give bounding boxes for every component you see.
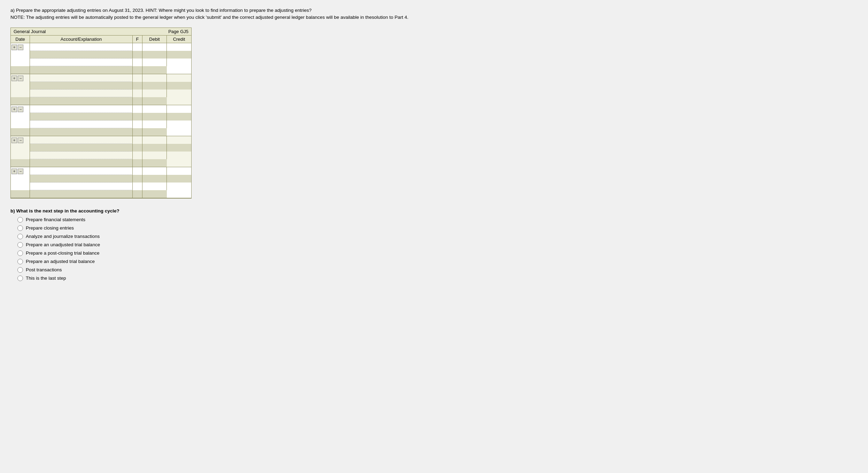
radio-input-6[interactable] xyxy=(17,259,23,264)
credit-input-5-1[interactable] xyxy=(167,167,191,175)
credit-shaded-5-4 xyxy=(142,190,167,198)
radio-input-4[interactable] xyxy=(17,242,23,248)
header-account: Account/Explanation xyxy=(30,36,133,43)
radio-option-6: Prepare an adjusted trial balance xyxy=(10,259,858,264)
acct-input-5-1[interactable] xyxy=(30,167,133,175)
add-row-btn-4[interactable]: + xyxy=(11,138,17,143)
acct-input-1-3[interactable] xyxy=(30,59,133,66)
credit-input-2-3[interactable] xyxy=(167,90,191,97)
credit-shaded-2-2 xyxy=(167,82,191,90)
entry-group-5: + − xyxy=(11,167,191,198)
acct-input-3-1[interactable] xyxy=(30,105,133,113)
entry-group-3: + − xyxy=(11,105,191,136)
f-cell-3-1 xyxy=(133,105,142,113)
entry-group-1: + − xyxy=(11,43,191,74)
credit-input-1-3[interactable] xyxy=(167,59,191,66)
add-row-btn-1[interactable]: + xyxy=(11,45,17,50)
debit-input-3-1[interactable] xyxy=(142,105,167,113)
instruction-line2: NOTE: The adjusting entries will be auto… xyxy=(10,14,858,21)
entry-group-4: + − xyxy=(11,136,191,167)
remove-row-btn-2[interactable]: − xyxy=(18,76,23,81)
radio-label-7: Post transactions xyxy=(26,267,62,272)
credit-input-5-3[interactable] xyxy=(167,183,191,190)
debit-shaded-3-4 xyxy=(133,128,142,136)
radio-input-8[interactable] xyxy=(17,276,23,281)
radio-input-5[interactable] xyxy=(17,250,23,256)
radio-label-5: Prepare a post-closing trial balance xyxy=(26,250,100,256)
remove-row-btn-3[interactable]: − xyxy=(18,107,23,112)
credit-input-4-3[interactable] xyxy=(167,152,191,159)
debit-input-5-3[interactable] xyxy=(142,183,167,190)
date-cell-3: + − xyxy=(11,105,30,128)
acct-shaded-2-2 xyxy=(30,82,133,90)
debit-shaded-1-4 xyxy=(133,66,142,74)
acct-input-2-1[interactable] xyxy=(30,74,133,82)
debit-input-2-1[interactable] xyxy=(142,74,167,82)
f-cell-4-1 xyxy=(133,136,142,144)
f-cell-3-3 xyxy=(133,121,142,128)
radio-label-2: Prepare closing entries xyxy=(26,225,74,231)
acct-shaded-4-2 xyxy=(30,144,133,152)
radio-option-1: Prepare financial statements xyxy=(10,217,858,223)
acct-input-2-3[interactable] xyxy=(30,90,133,97)
date-cell-1: + − xyxy=(11,43,30,66)
credit-input-4-1[interactable] xyxy=(167,136,191,144)
credit-shaded-5-2 xyxy=(167,175,191,183)
acct-input-3-3[interactable] xyxy=(30,121,133,128)
credit-shaded-1-4 xyxy=(142,66,167,74)
debit-shaded-4-4 xyxy=(133,159,142,167)
add-row-btn-5[interactable]: + xyxy=(11,169,17,174)
debit-input-5-1[interactable] xyxy=(142,167,167,175)
header-f: F xyxy=(133,36,142,43)
debit-shaded-4-2 xyxy=(142,144,167,152)
radio-input-2[interactable] xyxy=(17,225,23,231)
credit-input-1-1[interactable] xyxy=(167,43,191,51)
remove-row-btn-1[interactable]: − xyxy=(18,45,23,50)
f-cell-2-3 xyxy=(133,90,142,97)
debit-input-1-1[interactable] xyxy=(142,43,167,51)
debit-shaded-2-4 xyxy=(133,97,142,105)
debit-input-3-3[interactable] xyxy=(142,121,167,128)
radio-input-1[interactable] xyxy=(17,217,23,223)
add-row-btn-3[interactable]: + xyxy=(11,107,17,112)
f-cell-5-3 xyxy=(133,183,142,190)
f-shaded-1-2 xyxy=(133,51,142,59)
acct-input-5-3[interactable] xyxy=(30,183,133,190)
remove-row-btn-5[interactable]: − xyxy=(18,169,23,174)
general-journal: General Journal Page GJ5 Date Account/Ex… xyxy=(10,28,192,199)
journal-title-row: General Journal Page GJ5 xyxy=(11,28,191,36)
debit-input-1-3[interactable] xyxy=(142,59,167,66)
credit-input-2-1[interactable] xyxy=(167,74,191,82)
debit-shaded-5-4 xyxy=(133,190,142,198)
journal-title: General Journal xyxy=(14,29,46,34)
acct-shaded-3-2 xyxy=(30,113,133,121)
credit-input-3-3[interactable] xyxy=(167,121,191,128)
f-cell-5-1 xyxy=(133,167,142,175)
debit-input-2-3[interactable] xyxy=(142,90,167,97)
credit-shaded-1-2 xyxy=(167,51,191,59)
acct-input-1-1[interactable] xyxy=(30,43,133,51)
debit-shaded-3-2 xyxy=(142,113,167,121)
f-cell-4-3 xyxy=(133,152,142,159)
radio-option-3: Analyze and journalize transactions xyxy=(10,234,858,239)
add-row-btn-2[interactable]: + xyxy=(11,76,17,81)
radio-label-6: Prepare an adjusted trial balance xyxy=(26,259,95,264)
f-shaded-4-2 xyxy=(133,144,142,152)
acct-input-4-1[interactable] xyxy=(30,136,133,144)
debit-input-4-1[interactable] xyxy=(142,136,167,144)
radio-input-3[interactable] xyxy=(17,234,23,239)
date-cell-4: + − xyxy=(11,136,30,159)
acct-input-4-3[interactable] xyxy=(30,152,133,159)
remove-row-btn-4[interactable]: − xyxy=(18,138,23,143)
credit-input-3-1[interactable] xyxy=(167,105,191,113)
part-b-section: b) What is the next step in the accounti… xyxy=(10,208,858,281)
debit-input-4-3[interactable] xyxy=(142,152,167,159)
f-shaded-4-4 xyxy=(30,159,133,167)
f-shaded-5-4 xyxy=(30,190,133,198)
radio-input-7[interactable] xyxy=(17,267,23,273)
acct-shaded-5-2 xyxy=(30,175,133,183)
radio-option-4: Prepare an unadjusted trial balance xyxy=(10,242,858,248)
debit-shaded-5-2 xyxy=(142,175,167,183)
acct-shaded-4-4 xyxy=(11,159,30,167)
acct-shaded-1-2 xyxy=(30,51,133,59)
